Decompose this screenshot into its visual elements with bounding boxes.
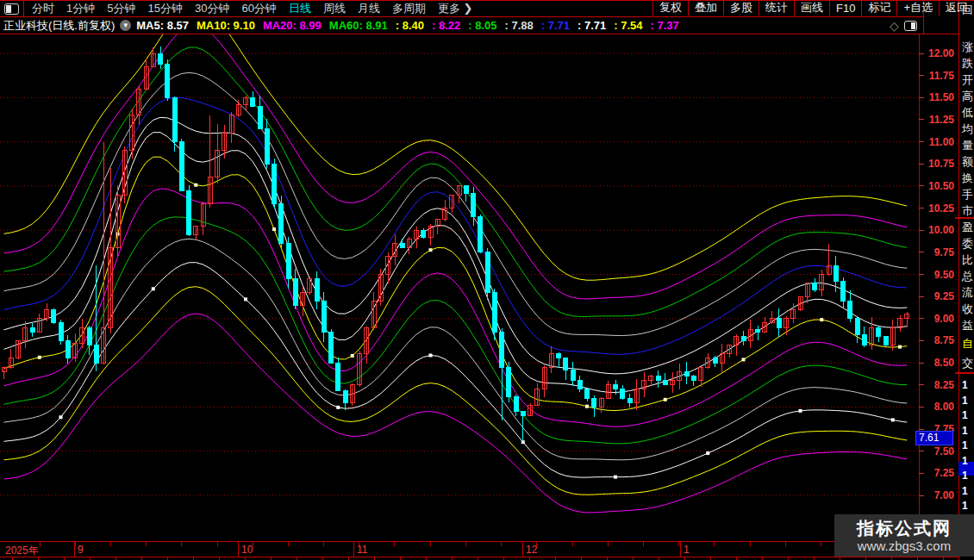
menu-item-9[interactable]: 多周期: [392, 1, 426, 16]
strip-value: 1: [962, 500, 968, 512]
toolbar-button-2[interactable]: 多股: [723, 0, 759, 16]
menu-item-2[interactable]: 5分钟: [107, 1, 135, 16]
ma-value-5: : 8.22: [432, 19, 460, 32]
candlestick-chart[interactable]: [0, 34, 919, 541]
toolbar-button-1[interactable]: 叠加: [688, 0, 723, 16]
strip-char: 交: [962, 356, 974, 371]
axis-label: 9.00: [920, 313, 954, 325]
price-axis: 12.0011.7511.5011.2511.0010.7510.5010.25…: [919, 34, 958, 541]
candle-body: [265, 128, 269, 164]
candle-body: [59, 323, 63, 341]
toolbar-button-7[interactable]: +自选: [896, 0, 939, 16]
menu-item-6[interactable]: 日线: [289, 1, 311, 16]
candle-body: [507, 367, 511, 396]
toolbar-button-4[interactable]: 画线: [794, 0, 829, 16]
diamond-icon[interactable]: ◇: [890, 20, 899, 32]
year-label: 2025年: [5, 544, 39, 558]
candle-body: [251, 97, 255, 106]
week-tick: [608, 542, 609, 546]
ma-value-8: : 7.71: [541, 19, 570, 32]
candle-body: [841, 282, 846, 302]
candle-body: [564, 358, 568, 370]
axis-label: 9.25: [920, 290, 954, 302]
menu-item-7[interactable]: 周线: [323, 1, 346, 16]
candle-body: [52, 310, 56, 323]
axis-label: 8.75: [920, 334, 954, 346]
envelope-line-1: [4, 34, 908, 299]
week-tick: [501, 542, 502, 546]
line-marker: [429, 353, 433, 357]
strip-char: 自: [962, 336, 974, 352]
month-label-3: 12: [526, 544, 537, 556]
candle-body: [336, 363, 340, 391]
toolbar-button-6[interactable]: 标记: [861, 0, 896, 16]
ma-value-10: : 7.54: [614, 19, 642, 32]
week-tick: [750, 542, 751, 546]
ma-values: MA5: 8.57MA10: 9.10MA20: 8.99MA60: 8.91:…: [136, 19, 686, 32]
strip-char: 总: [962, 269, 974, 284]
menu-item-0[interactable]: 分时: [32, 1, 54, 16]
strip-value: 1: [962, 455, 968, 467]
envelope-line-5: [4, 117, 908, 374]
axis-label: 9.75: [920, 246, 954, 258]
ma-value-7: : 7.88: [505, 19, 534, 32]
candle-body: [258, 107, 262, 129]
week-tick: [821, 542, 821, 546]
candle-body: [578, 381, 582, 389]
toolbar-button-0[interactable]: 复权: [652, 0, 688, 16]
candle-body: [293, 279, 297, 306]
strip-char: 均: [962, 121, 974, 137]
window-layout-button[interactable]: [0, 1, 24, 16]
week-tick: [217, 542, 218, 546]
axis-label: 10.00: [920, 224, 954, 236]
menu-item-1[interactable]: 1分钟: [66, 1, 95, 16]
strip-char: 低: [962, 105, 974, 121]
axis-label: 11.50: [920, 91, 954, 103]
axis-label: 10.50: [920, 180, 954, 192]
axis-label: 8.50: [920, 357, 954, 369]
envelope-line-9: [4, 217, 908, 444]
week-tick: [678, 542, 679, 546]
period-menu: 分时1分钟5分钟15分钟30分钟60分钟日线周线月线多周期更多 ❯: [24, 1, 472, 16]
ma-value-4: : 8.40: [396, 19, 424, 32]
panel-toggle-icon[interactable]: [904, 21, 917, 31]
axis-label: 10.75: [920, 158, 954, 170]
candle-body: [279, 203, 284, 243]
stock-title: 正业科技(日线.前复权): [0, 18, 115, 34]
axis-label: 7.25: [920, 467, 954, 479]
candle-body: [315, 279, 319, 302]
strip-char: 跌: [962, 56, 974, 72]
strip-divider: [955, 372, 974, 374]
strip-value: 1: [962, 470, 968, 482]
week-tick: [572, 542, 573, 546]
menu-item-5[interactable]: 60分钟: [241, 1, 276, 16]
chevron-down-icon[interactable]: ▾: [120, 20, 131, 31]
strip-char: 额: [962, 154, 974, 170]
menu-item-8[interactable]: 月线: [358, 1, 380, 16]
menu-item-3[interactable]: 15分钟: [147, 1, 182, 16]
date-axis: 2025年 91011121: [0, 542, 958, 557]
week-tick: [465, 542, 466, 546]
candle-body: [179, 142, 184, 190]
ma-value-9: : 7.71: [578, 19, 606, 32]
candle-body: [684, 371, 689, 376]
info-bar-icons: ◇: [890, 17, 923, 34]
candle-body: [464, 186, 468, 193]
axis-label: 7.50: [920, 445, 954, 457]
candle-body: [862, 334, 866, 345]
toolbar-button-5[interactable]: F10: [829, 0, 861, 16]
month-label-1: 10: [241, 544, 253, 556]
menu-item-4[interactable]: 30分钟: [195, 1, 229, 16]
week-tick: [323, 542, 324, 546]
strip-char: 比: [962, 252, 974, 268]
candle-body: [30, 327, 34, 332]
ma-value-2: MA20: 8.99: [263, 19, 322, 32]
strip-divider: [955, 217, 974, 219]
candle-body: [471, 193, 476, 217]
candle-body: [172, 97, 177, 141]
menu-item-10[interactable]: 更多 ❯: [438, 1, 473, 16]
toolbar-button-3[interactable]: 统计: [759, 0, 794, 16]
envelope-line-11: [4, 263, 908, 477]
line-marker: [336, 406, 340, 409]
envelope-line-0: [4, 34, 908, 280]
